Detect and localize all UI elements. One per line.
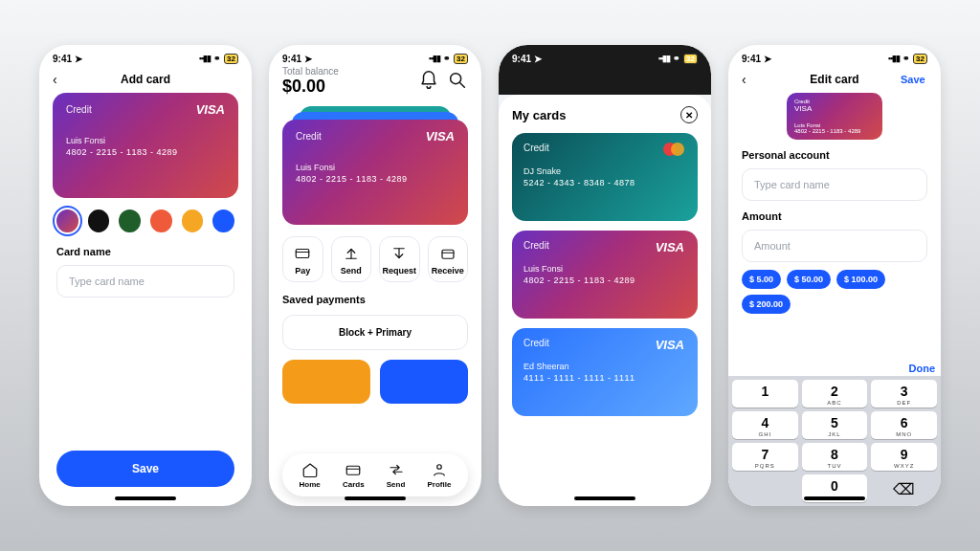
color-swatch-group bbox=[39, 198, 252, 244]
home-indicator bbox=[115, 496, 176, 500]
promo-row bbox=[282, 360, 468, 404]
status-time: 9:41 bbox=[512, 54, 531, 64]
status-time: 9:41 bbox=[742, 54, 761, 64]
card-item[interactable]: Credit VISA Ed Sheeran 4111 - 1111 - 111… bbox=[512, 328, 698, 416]
visa-icon: VISA bbox=[196, 102, 225, 117]
link-icon: ⚭ bbox=[902, 54, 910, 63]
card-item[interactable]: Credit VISA Luis Fonsi 4802 - 2215 - 118… bbox=[512, 231, 698, 319]
swatch-gradient[interactable] bbox=[56, 209, 78, 232]
link-icon: ⚭ bbox=[443, 54, 451, 63]
promo-tile[interactable] bbox=[380, 360, 468, 404]
amount-chip[interactable]: $ 100.00 bbox=[836, 270, 885, 289]
card-holder: Ed Sheeran bbox=[523, 362, 686, 371]
key-8[interactable]: 8TUV bbox=[802, 443, 868, 471]
key-9[interactable]: 9WXYZ bbox=[871, 443, 937, 471]
home-indicator bbox=[804, 496, 865, 500]
status-bar: 9:41 ➤ ▪▪▮▮ ⚭ 32 bbox=[499, 45, 711, 66]
swatch-orange[interactable] bbox=[182, 209, 204, 232]
page-title: Add card bbox=[121, 73, 170, 86]
header: ‹ Add card bbox=[39, 66, 252, 93]
header: ‹ Edit card Save bbox=[728, 66, 941, 93]
close-button[interactable]: ✕ bbox=[680, 106, 698, 123]
search-button[interactable] bbox=[447, 70, 468, 91]
screen-edit-card: 9:41 ➤ ▪▪▮▮ ⚭ 32 ‹ Edit card Save Credit… bbox=[728, 45, 941, 506]
key-7[interactable]: 7PQRS bbox=[732, 443, 798, 471]
svg-rect-2 bbox=[442, 250, 454, 258]
visa-icon: VISA bbox=[656, 240, 684, 254]
pay-button[interactable]: Pay bbox=[282, 236, 323, 282]
key-2[interactable]: 2ABC bbox=[802, 380, 868, 408]
card-name-input[interactable]: Type card name bbox=[56, 265, 234, 298]
card-preview: Credit VISA Luis Fonsi 4802 - 2215 - 118… bbox=[53, 93, 238, 198]
swatch-coral[interactable] bbox=[150, 209, 172, 232]
amount-chip[interactable]: $ 5.00 bbox=[742, 270, 781, 289]
saved-payments-label: Saved payments bbox=[282, 294, 468, 305]
tab-send[interactable]: Send bbox=[387, 461, 406, 489]
save-button[interactable]: Save bbox=[56, 451, 234, 487]
send-button[interactable]: Send bbox=[331, 236, 372, 282]
key-delete[interactable]: ⌫ bbox=[871, 474, 937, 502]
tab-cards[interactable]: Cards bbox=[343, 461, 365, 489]
signal-icon: ▪▪▮▮ bbox=[199, 54, 211, 63]
mastercard-icon bbox=[663, 143, 684, 160]
battery-icon: 32 bbox=[454, 54, 468, 64]
card-type-label: Credit bbox=[523, 143, 686, 153]
key-6[interactable]: 6MNO bbox=[871, 411, 937, 439]
link-icon: ⚭ bbox=[673, 54, 680, 63]
swatch-black[interactable] bbox=[88, 209, 110, 232]
visa-icon: VISA bbox=[794, 104, 875, 113]
card-name-input[interactable]: Type card name bbox=[742, 168, 927, 201]
svg-rect-3 bbox=[347, 466, 361, 474]
key-4[interactable]: 4GHI bbox=[732, 411, 798, 439]
key-5[interactable]: 5JKL bbox=[802, 411, 868, 439]
amount-label: Amount bbox=[742, 210, 927, 222]
request-button[interactable]: Request bbox=[379, 236, 420, 282]
key-1[interactable]: 1 bbox=[732, 380, 798, 408]
back-button[interactable]: ‹ bbox=[53, 72, 79, 87]
amount-chip[interactable]: $ 50.00 bbox=[787, 270, 831, 289]
visa-icon: VISA bbox=[426, 129, 455, 143]
swatch-green[interactable] bbox=[119, 209, 141, 232]
card-number: 4111 - 1111 - 1111 - 1111 bbox=[523, 373, 686, 383]
saved-payment-item[interactable]: Block + Primary bbox=[282, 315, 468, 350]
total-balance-amount: $0.00 bbox=[282, 77, 339, 97]
screen-home: 9:41 ➤ ▪▪▮▮ ⚭ 32 Total balance $0.00 Cre… bbox=[269, 45, 481, 506]
screen-add-card: 9:41 ➤ ▪▪▮▮ ⚭ 32 ‹ Add card Credit VISA … bbox=[39, 45, 252, 506]
card-holder: DJ Snake bbox=[523, 166, 686, 176]
tab-home[interactable]: Home bbox=[300, 461, 321, 489]
numeric-keypad: 1 2ABC 3DEF 4GHI 5JKL 6MNO 7PQRS 8TUV 9W… bbox=[728, 376, 941, 506]
personal-account-label: Personal account bbox=[742, 149, 927, 161]
backspace-icon: ⌫ bbox=[893, 480, 915, 498]
tab-profile[interactable]: Profile bbox=[427, 461, 451, 489]
card-stack[interactable]: Credit VISA Luis Fonsi 4802 - 2215 - 118… bbox=[282, 106, 468, 227]
receive-button[interactable]: Receive bbox=[428, 236, 469, 282]
status-bar: 9:41 ➤ ▪▪▮▮ ⚭ 32 bbox=[728, 45, 941, 66]
key-3[interactable]: 3DEF bbox=[871, 380, 937, 408]
amount-input[interactable]: Amount bbox=[742, 230, 927, 262]
keypad-done-button[interactable]: Done bbox=[728, 359, 941, 376]
signal-icon: ▪▪▮▮ bbox=[658, 54, 670, 63]
battery-icon: 32 bbox=[224, 54, 238, 64]
card-number: 5242 - 4343 - 8348 - 4878 bbox=[523, 178, 686, 187]
sheet-title: My cards bbox=[512, 108, 566, 122]
card-number: 4802 - 2215 - 1183 - 4289 bbox=[523, 276, 686, 285]
key-blank bbox=[732, 474, 798, 502]
save-link[interactable]: Save bbox=[901, 74, 927, 85]
notifications-button[interactable] bbox=[418, 70, 439, 91]
status-time: 9:41 bbox=[53, 54, 72, 64]
page-title: Edit card bbox=[810, 73, 858, 86]
home-indicator bbox=[345, 496, 406, 500]
screen-my-cards: 9:41 ➤ ▪▪▮▮ ⚭ 32 My cards ✕ Credit DJ Sn… bbox=[499, 45, 711, 506]
card-item[interactable]: Credit DJ Snake 5242 - 4343 - 8348 - 487… bbox=[512, 133, 698, 221]
amount-chip[interactable]: $ 200.00 bbox=[742, 295, 791, 314]
cards-sheet: My cards ✕ Credit DJ Snake 5242 - 4343 -… bbox=[499, 95, 711, 506]
signal-icon: ▪▪▮▮ bbox=[888, 54, 900, 63]
swatch-blue[interactable] bbox=[212, 209, 234, 232]
promo-tile[interactable] bbox=[282, 360, 370, 404]
svg-point-0 bbox=[451, 74, 461, 84]
battery-icon: 32 bbox=[913, 54, 927, 64]
card-thumbnail: Credit VISA Luis Fonsi 4802 - 2215 - 118… bbox=[787, 93, 882, 140]
card-holder: Luis Fonsi bbox=[523, 264, 686, 274]
signal-icon: ▪▪▮▮ bbox=[429, 54, 440, 63]
back-button[interactable]: ‹ bbox=[742, 72, 768, 87]
